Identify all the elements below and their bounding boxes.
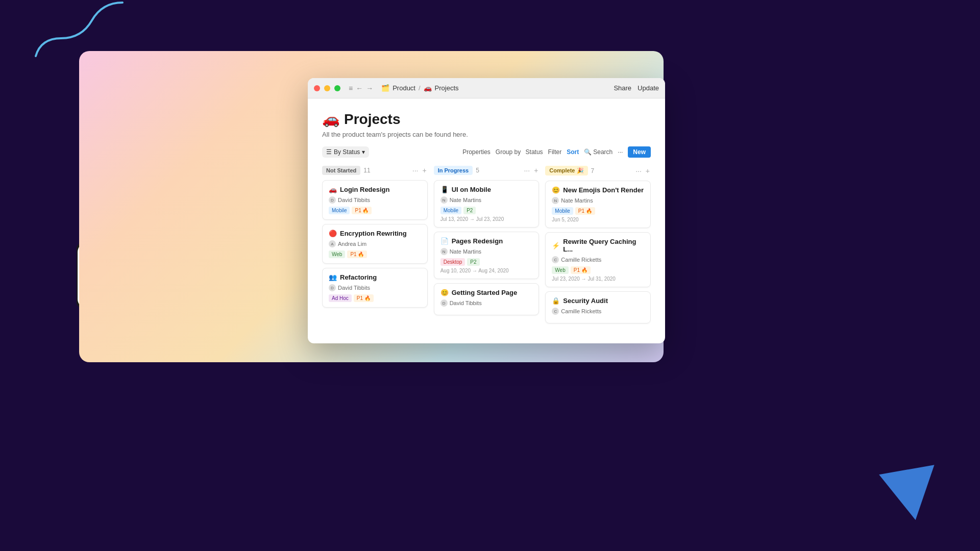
properties-button[interactable]: Properties	[462, 148, 491, 156]
card-refactoring[interactable]: 👥 Refactoring D David Tibbits Ad Hoc P1 …	[322, 268, 428, 308]
tag-p2: P2	[467, 258, 479, 266]
avatar: N	[552, 197, 559, 204]
tag-mobile: Mobile	[440, 207, 461, 214]
card-assignee-encryption-rewriting: A Andrea Lim	[329, 240, 421, 247]
card-new-emojis[interactable]: 😊 New Emojis Don't Render N Nate Martins…	[545, 181, 651, 228]
column-add-in-progress[interactable]: +	[533, 166, 539, 174]
column-header-complete: Complete 🎉 7 ··· +	[545, 166, 651, 176]
new-button[interactable]: New	[628, 146, 651, 158]
browser-controls: ≡ ← →	[349, 84, 373, 92]
card-title-rewrite-query: ⚡ Rewrite Query Caching L...	[552, 238, 644, 253]
card-emoji: 📱	[440, 186, 449, 193]
tag-mobile: Mobile	[329, 207, 350, 214]
breadcrumb: 🗂️ Product / 🚗 Projects	[381, 84, 458, 92]
browser-back-icon[interactable]: ←	[356, 84, 363, 92]
traffic-light-yellow[interactable]	[324, 85, 330, 91]
filter-button[interactable]: Filter	[548, 148, 562, 156]
card-title-security-audit: 🔒 Security Audit	[552, 297, 644, 305]
card-emoji: ⚡	[552, 242, 560, 249]
card-rewrite-query[interactable]: ⚡ Rewrite Query Caching L... C Camille R…	[545, 232, 651, 287]
view-label: By Status	[334, 148, 360, 156]
breadcrumb-workspace[interactable]: Product	[393, 84, 415, 92]
view-dropdown-icon: ▾	[362, 148, 365, 156]
avatar: N	[440, 248, 448, 255]
update-button[interactable]: Update	[638, 84, 659, 92]
card-tags-login-redesign: Mobile P1 🔥	[329, 207, 421, 214]
card-emoji: 🚗	[329, 186, 337, 193]
browser-menu-icon[interactable]: ≡	[349, 84, 353, 92]
card-assignee-pages-redesign: N Nate Martins	[440, 248, 533, 255]
card-emoji: 🔒	[552, 297, 560, 305]
avatar: A	[329, 240, 336, 247]
breadcrumb-page-emoji: 🚗	[424, 84, 432, 92]
card-title-ui-mobile: 📱 UI on Mobile	[440, 186, 533, 193]
status-badge-in-progress: In Progress	[434, 166, 473, 175]
column-count-not-started: 11	[363, 167, 370, 174]
status-badge-not-started: Not Started	[322, 166, 360, 175]
tag-p1: P1 🔥	[571, 266, 591, 274]
group-by-button[interactable]: Group by Status	[496, 148, 543, 156]
column-header-not-started: Not Started 11 ··· +	[322, 166, 428, 175]
avatar: C	[552, 256, 559, 263]
card-tags-ui-mobile: Mobile P2	[440, 207, 533, 214]
board-columns: Not Started 11 ··· + 🚗 Login Redesign D …	[322, 166, 651, 343]
avatar: N	[440, 196, 448, 204]
view-selector[interactable]: ☰ By Status ▾	[322, 146, 369, 158]
column-add-complete[interactable]: +	[645, 167, 651, 175]
browser-chrome: ≡ ← → 🗂️ Product / 🚗 Projects Share Upda…	[308, 78, 665, 98]
column-in-progress: In Progress 5 ··· + 📱 UI on Mobile N Nat…	[434, 166, 540, 343]
more-options-button[interactable]: ···	[618, 148, 623, 156]
column-actions-in-progress: ··· +	[523, 166, 539, 174]
tag-p2: P2	[463, 207, 476, 214]
traffic-light-green[interactable]	[334, 85, 340, 91]
column-more-in-progress[interactable]: ···	[523, 166, 531, 174]
column-more-complete[interactable]: ···	[634, 167, 643, 175]
card-tags-encryption-rewriting: Web P1 🔥	[329, 251, 421, 258]
search-button[interactable]: 🔍 Search	[584, 148, 612, 156]
browser-forward-icon[interactable]: →	[366, 84, 373, 92]
card-tags-rewrite-query: Web P1 🔥	[552, 266, 644, 274]
card-security-audit[interactable]: 🔒 Security Audit C Camille Ricketts	[545, 291, 651, 323]
card-tags-refactoring: Ad Hoc P1 🔥	[329, 294, 421, 302]
column-count-complete: 7	[591, 167, 595, 174]
card-assignee-getting-started: D David Tibbits	[440, 299, 533, 307]
card-ui-mobile[interactable]: 📱 UI on Mobile N Nate Martins Mobile P2 …	[434, 180, 540, 228]
column-more-not-started[interactable]: ···	[411, 166, 420, 174]
breadcrumb-workspace-emoji: 🗂️	[381, 84, 389, 92]
card-emoji: 😊	[440, 289, 449, 296]
traffic-light-red[interactable]	[314, 85, 320, 91]
card-getting-started[interactable]: 😊 Getting Started Page D David Tibbits	[434, 283, 540, 315]
column-add-not-started[interactable]: +	[421, 166, 427, 174]
page-content: 🚗 Projects All the product team's projec…	[308, 98, 665, 343]
column-complete: Complete 🎉 7 ··· + 😊 New Emojis Don't Re…	[545, 166, 651, 343]
card-assignee-rewrite-query: C Camille Ricketts	[552, 256, 644, 263]
column-actions-complete: ··· +	[634, 167, 651, 175]
tag-p1: P1 🔥	[352, 207, 372, 214]
card-assignee-login-redesign: D David Tibbits	[329, 196, 421, 204]
triangle-decoration	[879, 465, 943, 525]
card-emoji: 😊	[552, 186, 560, 194]
card-emoji: 📄	[440, 237, 449, 245]
card-login-redesign[interactable]: 🚗 Login Redesign D David Tibbits Mobile …	[322, 180, 428, 220]
card-title-getting-started: 😊 Getting Started Page	[440, 289, 533, 296]
card-pages-redesign[interactable]: 📄 Pages Redesign N Nate Martins Desktop …	[434, 232, 540, 279]
view-icon: ☰	[326, 148, 332, 156]
column-actions-not-started: ··· +	[411, 166, 428, 174]
tag-desktop: Desktop	[440, 258, 465, 266]
column-count-in-progress: 5	[476, 167, 479, 174]
card-assignee-security-audit: C Camille Ricketts	[552, 308, 644, 315]
card-tags-pages-redesign: Desktop P2	[440, 258, 533, 266]
status-badge-complete: Complete 🎉	[545, 166, 587, 176]
card-date-ui-mobile: Jul 13, 2020 → Jul 23, 2020	[440, 216, 533, 222]
card-emoji: 🔴	[329, 230, 337, 237]
share-button[interactable]: Share	[614, 84, 631, 92]
sort-button[interactable]: Sort	[567, 148, 579, 156]
browser-window: ≡ ← → 🗂️ Product / 🚗 Projects Share Upda…	[308, 78, 665, 343]
card-assignee-ui-mobile: N Nate Martins	[440, 196, 533, 204]
breadcrumb-page[interactable]: Projects	[435, 84, 459, 92]
column-header-in-progress: In Progress 5 ··· +	[434, 166, 540, 175]
tag-web: Web	[329, 251, 345, 258]
card-encryption-rewriting[interactable]: 🔴 Encryption Rewriting A Andrea Lim Web …	[322, 224, 428, 264]
card-assignee-refactoring: D David Tibbits	[329, 284, 421, 291]
card-date-rewrite-query: Jul 23, 2020 → Jul 31, 2020	[552, 276, 644, 282]
